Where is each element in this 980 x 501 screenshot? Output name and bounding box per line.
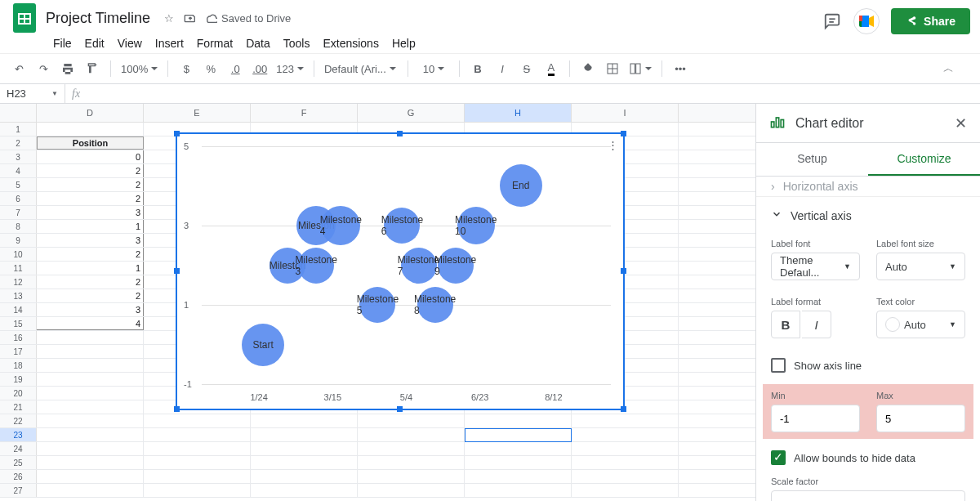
cell-D4[interactable]: 2 <box>37 164 144 177</box>
cell-D13[interactable]: 2 <box>37 289 144 302</box>
cell-I24[interactable] <box>572 442 679 455</box>
row-header-11[interactable]: 11 <box>0 262 37 275</box>
close-icon[interactable]: ✕ <box>955 114 967 132</box>
row-header-6[interactable]: 6 <box>0 192 37 205</box>
cell-I26[interactable] <box>572 470 679 483</box>
percent-button[interactable]: % <box>200 58 221 79</box>
cell-D12[interactable]: 2 <box>37 275 144 289</box>
collapse-toolbar-icon[interactable]: ︿ <box>943 61 954 76</box>
strike-button[interactable]: S <box>516 58 537 79</box>
cell-I22[interactable] <box>572 414 679 427</box>
borders-button[interactable] <box>602 58 623 79</box>
cell-D8[interactable]: 1 <box>37 220 144 233</box>
tab-customize[interactable]: Customize <box>868 143 980 176</box>
dec-less-button[interactable]: .0 <box>225 58 246 79</box>
row-header-27[interactable]: 27 <box>0 484 37 497</box>
allow-bounds-checkbox[interactable]: Allow bounds to hide data <box>756 442 980 473</box>
move-icon[interactable] <box>183 11 198 25</box>
cell-D5[interactable]: 2 <box>37 178 144 191</box>
font-size-select[interactable]: 10 <box>416 58 452 79</box>
row-header-23[interactable]: 23 <box>0 428 37 441</box>
cell-F22[interactable] <box>251 414 358 427</box>
cell-G26[interactable] <box>358 470 465 483</box>
row-header-8[interactable]: 8 <box>0 220 37 233</box>
cell-D10[interactable]: 2 <box>37 248 144 261</box>
undo-button[interactable]: ↶ <box>8 58 29 79</box>
meet-icon[interactable] <box>853 8 880 34</box>
row-header-16[interactable]: 16 <box>0 331 37 344</box>
cell-I23[interactable] <box>572 428 679 441</box>
cell-D18[interactable] <box>37 359 144 372</box>
currency-button[interactable]: $ <box>176 58 197 79</box>
cell-D20[interactable] <box>37 387 144 400</box>
fill-color-button[interactable] <box>577 58 599 79</box>
row-header-5[interactable]: 5 <box>0 178 37 191</box>
label-font-select[interactable]: Theme Defaul...▼ <box>771 253 860 280</box>
cell-G25[interactable] <box>358 456 465 469</box>
row-header-7[interactable]: 7 <box>0 206 37 219</box>
tab-setup[interactable]: Setup <box>756 143 868 176</box>
cell-D24[interactable] <box>37 442 144 455</box>
show-axis-checkbox[interactable]: Show axis line <box>756 350 980 381</box>
chart-object[interactable]: ⋮ -11351/243/155/46/238/12StartMilestonM… <box>176 132 625 410</box>
cell-D3[interactable]: 0 <box>37 150 144 163</box>
chart-bubble[interactable]: Milestone 4 <box>321 206 360 245</box>
section-vertical-axis[interactable]: Vertical axis <box>756 197 980 234</box>
chart-bubble[interactable]: Milestone 5 <box>359 287 395 323</box>
cell-D23[interactable] <box>37 428 144 441</box>
cell-F24[interactable] <box>251 442 358 455</box>
row-header-15[interactable]: 15 <box>0 317 37 330</box>
cell-G27[interactable] <box>358 484 465 497</box>
max-input[interactable] <box>876 405 965 432</box>
chart-bubble[interactable]: Milestone 3 <box>298 248 334 284</box>
chart-bubble[interactable]: Milestone 10 <box>457 207 495 244</box>
col-header-D[interactable]: D <box>37 104 144 122</box>
cell-E23[interactable] <box>144 428 251 441</box>
menu-extensions[interactable]: Extensions <box>317 34 384 52</box>
cell-E25[interactable] <box>144 456 251 469</box>
number-format-select[interactable]: 123 <box>274 58 306 79</box>
cell-F27[interactable] <box>251 484 358 497</box>
row-header-4[interactable]: 4 <box>0 164 37 177</box>
row-header-2[interactable]: 2 <box>0 136 37 150</box>
cell-E27[interactable] <box>144 484 251 497</box>
redo-button[interactable]: ↷ <box>33 58 54 79</box>
cell-D9[interactable]: 3 <box>37 234 144 247</box>
row-header-20[interactable]: 20 <box>0 387 37 400</box>
col-header-I[interactable]: I <box>572 104 679 122</box>
cell-D22[interactable] <box>37 414 144 427</box>
cell-G24[interactable] <box>358 442 465 455</box>
spreadsheet-grid[interactable]: DEFGHI 12Position30425262738193102111122… <box>0 104 755 501</box>
cell-H22[interactable] <box>465 414 572 427</box>
cell-F23[interactable] <box>251 428 358 441</box>
cell-I25[interactable] <box>572 456 679 469</box>
merge-button[interactable] <box>626 58 654 79</box>
menu-data[interactable]: Data <box>240 34 276 52</box>
row-header-22[interactable]: 22 <box>0 414 37 427</box>
label-font-size-select[interactable]: Auto▼ <box>876 253 965 280</box>
doc-name[interactable]: Project Timeline <box>41 8 155 29</box>
row-header-14[interactable]: 14 <box>0 303 37 316</box>
cell-F25[interactable] <box>251 456 358 469</box>
star-icon[interactable]: ☆ <box>162 11 176 25</box>
menu-view[interactable]: View <box>112 34 148 52</box>
cell-E26[interactable] <box>144 470 251 483</box>
cell-D14[interactable]: 3 <box>37 303 144 316</box>
col-header-F[interactable]: F <box>251 104 358 122</box>
font-select[interactable]: Default (Ari... <box>322 58 400 79</box>
italic-button[interactable]: I <box>492 58 513 79</box>
cell-D11[interactable]: 1 <box>37 262 144 275</box>
cell-I27[interactable] <box>572 484 679 497</box>
dec-more-button[interactable]: .00 <box>249 58 270 79</box>
row-header-26[interactable]: 26 <box>0 470 37 483</box>
cell-D25[interactable] <box>37 456 144 469</box>
saved-status[interactable]: Saved to Drive <box>204 11 291 25</box>
italic-toggle[interactable]: I <box>802 311 831 338</box>
row-header-13[interactable]: 13 <box>0 289 37 302</box>
section-horizontal-axis[interactable]: › Horizontal axis <box>756 177 980 196</box>
formula-bar-input[interactable] <box>87 84 980 103</box>
bold-toggle[interactable]: B <box>771 311 800 338</box>
cell-H24[interactable] <box>465 442 572 455</box>
chart-bubble[interactable]: Milestone 7 <box>401 248 437 284</box>
text-color-select[interactable]: Auto▼ <box>876 311 965 338</box>
